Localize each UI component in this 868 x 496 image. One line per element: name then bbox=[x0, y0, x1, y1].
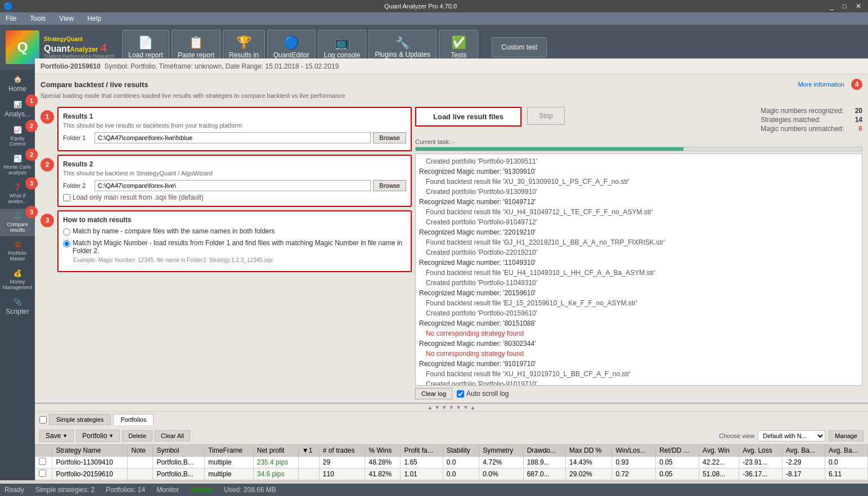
results2-browse-button[interactable]: Browse bbox=[373, 180, 406, 191]
compare-title: Compare backtest / live results bbox=[41, 80, 148, 89]
menu-bar: File Tools View Help bbox=[0, 12, 868, 25]
load-main-result-label: Load only main result from .sqx file (de… bbox=[73, 193, 204, 201]
log-area[interactable]: Created portfolio 'Portfolio-91309511'Re… bbox=[415, 154, 862, 386]
menu-help[interactable]: Help bbox=[84, 13, 105, 24]
whatif-icon: ❓ bbox=[14, 183, 22, 191]
log-controls: Clear log Auto scroll log bbox=[415, 388, 862, 399]
table-header-17[interactable]: Avg. Ba... bbox=[782, 445, 825, 457]
portfolio-label: Portfolio bbox=[82, 432, 107, 440]
table-header-10[interactable]: Symmetry bbox=[479, 445, 523, 457]
table-header-row: Strategy NameNoteSymbolTimeFrameNet prof… bbox=[35, 445, 868, 457]
match-wrapper: 3 How to match results Match by name - c… bbox=[41, 210, 412, 272]
sidebar-item-monte[interactable]: 📉 Monte Carloanalysis 2 bbox=[0, 151, 35, 179]
select-all-checkbox[interactable] bbox=[39, 416, 47, 423]
table-header-6[interactable]: # of trades bbox=[319, 445, 365, 457]
menu-view[interactable]: View bbox=[56, 13, 77, 24]
manage-button[interactable]: Manage bbox=[829, 430, 863, 441]
stats-area: Magic numbers recognized: 20 Strategies … bbox=[761, 107, 862, 133]
current-task: Current task: - bbox=[415, 138, 862, 145]
table-header-12[interactable]: Max DD % bbox=[566, 445, 612, 457]
sidebar-item-scripter[interactable]: 📎 Scripter bbox=[0, 295, 35, 319]
sidebar-item-money[interactable]: 💰 MoneyManagement bbox=[0, 266, 35, 294]
status-used: Used: 208.66 MB bbox=[224, 486, 276, 494]
table-cell: 0.05 bbox=[656, 468, 699, 480]
simple-strategies-tab[interactable]: Simple strategies bbox=[49, 414, 111, 425]
table-header-14[interactable]: Ret/DD ... bbox=[656, 445, 699, 457]
table-header-5[interactable]: ▼1 bbox=[298, 445, 319, 457]
log-line: Found backtest result file 'EJ_15_201596… bbox=[419, 298, 858, 308]
sidebar-item-whatif[interactable]: ❓ What Ifanalys... 3 bbox=[0, 180, 35, 208]
table-header-7[interactable]: % Wins bbox=[365, 445, 401, 457]
table-header-15[interactable]: Avg. Win bbox=[699, 445, 739, 457]
portfolios-tab[interactable]: Portfolios bbox=[113, 414, 154, 425]
maximize-button[interactable]: □ bbox=[839, 2, 850, 10]
right-panel-inner: Load live result files Stop Magic number… bbox=[415, 107, 862, 399]
clear-log-button[interactable]: Clear log bbox=[415, 388, 452, 399]
view-select[interactable]: Default with N... bbox=[758, 430, 825, 441]
status-monitor: Monitor bbox=[156, 486, 179, 494]
results1-folder-row: Folder 1 Browse bbox=[63, 132, 406, 143]
table-row[interactable]: Portfolio-20159610Portfolio,B...multiple… bbox=[35, 468, 868, 480]
custom-test-button[interactable]: Custom test bbox=[492, 37, 547, 57]
save-button[interactable]: Save ▼ bbox=[39, 430, 74, 442]
results1-browse-button[interactable]: Browse bbox=[373, 132, 406, 143]
table-header-18[interactable]: Avg. Ba... bbox=[825, 445, 867, 457]
sidebar-item-analysis[interactable]: 📊 Analys... 1 bbox=[0, 97, 35, 121]
menu-file[interactable]: File bbox=[2, 13, 20, 24]
load-main-result-checkbox[interactable] bbox=[63, 194, 70, 201]
portfolio-button[interactable]: Portfolio ▼ bbox=[76, 430, 120, 442]
table-cell: -23.91... bbox=[739, 457, 782, 468]
sidebar-item-home[interactable]: 🏠 Home bbox=[0, 72, 35, 96]
table-header-11[interactable]: Drawdo... bbox=[523, 445, 565, 457]
table-cell: 110 bbox=[319, 468, 365, 480]
table-cell: -36.17... bbox=[739, 468, 782, 480]
table-header-3[interactable]: TimeFrame bbox=[205, 445, 254, 457]
table-header-13[interactable]: Win/Los... bbox=[612, 445, 656, 457]
match-option2-radio[interactable] bbox=[63, 240, 70, 247]
table-header-4[interactable]: Net profit bbox=[253, 445, 298, 457]
magic-recognized-row: Magic numbers recognized: 20 bbox=[761, 107, 862, 115]
portfolio-arrow-icon: ▼ bbox=[109, 433, 114, 439]
table-controls-left: Save ▼ Portfolio ▼ Delete Clear All bbox=[39, 430, 716, 442]
results2-folder-input[interactable] bbox=[95, 180, 371, 191]
stop-button[interactable]: Stop bbox=[527, 107, 565, 125]
title-bar-spacer: 🔵 bbox=[3, 2, 15, 11]
table-cell: 0.0% bbox=[479, 468, 523, 480]
minimize-button[interactable]: _ bbox=[826, 2, 837, 10]
results1-folder-input[interactable] bbox=[95, 132, 371, 143]
table-cell: 1.65 bbox=[401, 457, 443, 468]
sidebar-home-label: Home bbox=[8, 85, 26, 93]
table-header-16[interactable]: Avg. Loss bbox=[739, 445, 782, 457]
table-header-1[interactable]: Note bbox=[128, 445, 153, 457]
compare-step-badge: 4 bbox=[851, 79, 862, 90]
log-line: Created portfolio 'Portfolio-91019710' bbox=[419, 379, 858, 386]
breadcrumb-details: Symbol: Portfolio, Timeframe: unknown, D… bbox=[104, 62, 339, 70]
clear-all-button[interactable]: Clear All bbox=[155, 430, 190, 441]
table-header-8[interactable]: Profit fa... bbox=[401, 445, 443, 457]
table-header-2[interactable]: Symbol bbox=[153, 445, 205, 457]
row-checkbox[interactable] bbox=[39, 458, 46, 465]
log-line: Created portfolio 'Portfolio-20159610' bbox=[419, 308, 858, 318]
table-header-0[interactable]: Strategy Name bbox=[52, 445, 128, 457]
sidebar-item-equity[interactable]: 📈 EquityControl 2 bbox=[0, 123, 35, 150]
row-checkbox[interactable] bbox=[39, 470, 46, 477]
paste-report-label: Paste report bbox=[178, 51, 214, 59]
table-row[interactable]: Portfolio-11309410Portfolio,B...multiple… bbox=[35, 457, 868, 468]
title-bar-title: Quant Analyzer Pro 4.70.0 bbox=[15, 3, 826, 10]
more-info-link[interactable]: More information bbox=[798, 81, 844, 88]
match-option1-radio[interactable] bbox=[63, 228, 70, 236]
sidebar-item-portfolio[interactable]: 💼 PortfolioMaster bbox=[0, 237, 35, 265]
auto-scroll-checkbox[interactable] bbox=[457, 390, 464, 398]
close-button[interactable]: ✕ bbox=[852, 2, 865, 10]
menu-tools[interactable]: Tools bbox=[26, 13, 49, 24]
table-cell: 0.0 bbox=[443, 457, 479, 468]
table-header-9[interactable]: Stability bbox=[443, 445, 479, 457]
delete-button[interactable]: Delete bbox=[122, 430, 152, 441]
results2-folder-label: Folder 2 bbox=[63, 182, 92, 189]
magic-recognized-value: 20 bbox=[855, 107, 862, 115]
load-live-results-button[interactable]: Load live result files bbox=[415, 107, 521, 127]
scroll-indicator: ▲ ▼ ▼ ▼ ▼ ▼ ▲ bbox=[35, 404, 868, 412]
table-cell: 6.11 bbox=[825, 468, 867, 480]
sidebar-item-compare[interactable]: ⚖️ Compareresults 3 bbox=[0, 209, 35, 236]
table-cell: -2.29 bbox=[782, 457, 825, 468]
